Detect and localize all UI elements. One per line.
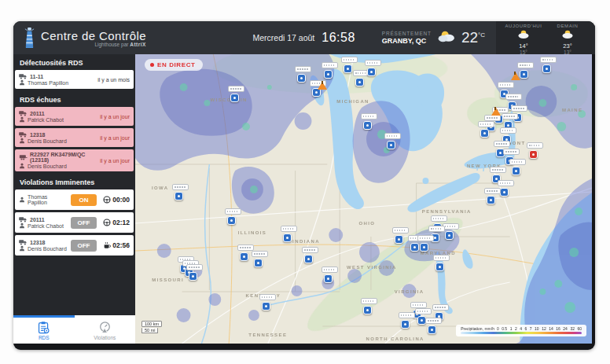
- overdue-card[interactable]: 12318 Denis Bouchard il y a un jour: [15, 128, 134, 147]
- state-label: INDIANA: [292, 239, 320, 244]
- logo: Centre de Contrôle Lighthouse par AttriX: [23, 27, 146, 49]
- violation-card[interactable]: 20111 Patrick Chabot OFF 02:12: [15, 212, 134, 233]
- duty-status-toggle[interactable]: ON: [71, 194, 97, 206]
- vehicle-label-tag: [432, 304, 449, 311]
- legend-value: 60: [577, 326, 582, 331]
- current-temp: 22°C: [461, 29, 485, 46]
- vehicle-marker[interactable]: [410, 243, 419, 252]
- warning-marker-icon[interactable]: [318, 82, 327, 90]
- warning-marker-icon[interactable]: [511, 72, 520, 80]
- warning-marker-icon[interactable]: [491, 108, 501, 116]
- vehicle-marker[interactable]: [520, 70, 528, 79]
- legend-value: 6: [525, 326, 527, 331]
- vehicle-label-tag: [399, 312, 415, 318]
- legend-value: 10: [535, 326, 539, 331]
- vehicle-marker[interactable]: [283, 233, 292, 242]
- duty-status-toggle[interactable]: OFF: [71, 240, 97, 252]
- driver-name: Patrick Chabot: [28, 117, 64, 123]
- time-ago: il y a un jour: [97, 158, 130, 164]
- vehicle-marker[interactable]: [428, 325, 436, 334]
- steering-wheel-icon: [103, 219, 111, 226]
- vehicle-marker[interactable]: [542, 64, 551, 73]
- legend-value: 24: [563, 326, 568, 331]
- overdue-card[interactable]: 20111 Patrick Chabot il y a un jour: [15, 107, 134, 126]
- vehicle-label-tag: [494, 141, 510, 147]
- header: Centre de Contrôle Lighthouse par AttriX…: [13, 21, 595, 54]
- section-title-violations: Violations Imminentes: [13, 174, 135, 189]
- state-label: TENNESSEE: [248, 333, 287, 337]
- vehicle-label-tag: [415, 308, 432, 314]
- violation-card[interactable]: 12318 Denis Bouchard OFF 02:56: [15, 235, 134, 256]
- tab-violations[interactable]: Violations: [75, 315, 136, 344]
- driver-name: Patrick Chabot: [28, 223, 64, 229]
- vehicle-label-tag: [443, 223, 459, 230]
- overdue-card[interactable]: R22927 RK3479M/QC (12318) Denis Bouchard…: [15, 149, 134, 171]
- vehicle-marker[interactable]: [240, 252, 248, 261]
- vehicle-marker[interactable]: [401, 320, 410, 329]
- vehicle-marker[interactable]: [355, 78, 364, 86]
- vehicle-label-tag: [237, 245, 254, 251]
- vehicle-marker[interactable]: [324, 70, 333, 79]
- timer-value: 00:00: [112, 196, 130, 204]
- state-label: WISCONSIN: [211, 97, 248, 102]
- unit-id: 20111: [30, 217, 45, 222]
- vehicle-marker[interactable]: [395, 235, 403, 244]
- vehicle-label-tag: [281, 226, 297, 232]
- vehicle-marker[interactable]: [445, 231, 454, 240]
- vehicle-marker[interactable]: [324, 274, 333, 283]
- vehicle-marker[interactable]: [262, 302, 270, 311]
- legend-gradient-bar: [461, 332, 582, 334]
- vehicle-label-tag: [431, 215, 447, 222]
- vehicle-label-tag: [302, 247, 318, 253]
- truck-icon: [19, 131, 28, 138]
- vehicle-marker[interactable]: [297, 74, 306, 83]
- vehicle-marker[interactable]: [500, 188, 509, 197]
- vehicle-label-tag: [392, 227, 409, 233]
- cloud-sun-icon: [516, 28, 531, 42]
- defect-card[interactable]: 11-11 Thomas Papillon il y a un mois: [15, 70, 134, 89]
- vehicle-marker[interactable]: [189, 272, 197, 281]
- vehicle-marker[interactable]: [254, 259, 263, 267]
- duty-status-toggle[interactable]: OFF: [71, 217, 97, 229]
- person-icon: [19, 222, 25, 229]
- truck-icon: [19, 73, 28, 79]
- legend-value: 32: [570, 326, 575, 331]
- live-badge[interactable]: EN DIRECT: [145, 59, 203, 71]
- tab-rds[interactable]: RDS: [13, 315, 75, 344]
- driver-name: Thomas Papillon: [28, 194, 68, 205]
- vehicle-label-tag: [228, 86, 244, 92]
- vehicle-label-tag: [365, 60, 381, 66]
- timer-value: 02:56: [112, 241, 130, 249]
- time-ago: il y a un jour: [97, 135, 130, 141]
- vehicle-marker[interactable]: [420, 243, 428, 252]
- coffee-icon: [103, 241, 111, 249]
- driver-name: Denis Bouchard: [28, 138, 67, 144]
- map-scale: 100 km 50 mi: [141, 321, 162, 334]
- vehicle-marker[interactable]: [480, 129, 489, 138]
- vehicle-marker[interactable]: [512, 167, 520, 175]
- vehicle-marker[interactable]: [230, 94, 239, 102]
- vehicle-marker[interactable]: [387, 141, 395, 149]
- vehicle-marker[interactable]: [363, 306, 372, 314]
- person-icon: [19, 79, 25, 86]
- weather-map[interactable]: WISCONSINMICHIGANIOWAILLINOISINDIANAOHIO…: [135, 54, 595, 344]
- alert-marker[interactable]: [529, 150, 538, 159]
- vehicle-label-tag: [410, 302, 427, 308]
- vehicle-label-tag: [341, 57, 358, 63]
- vehicle-marker[interactable]: [363, 121, 372, 130]
- vehicle-marker[interactable]: [344, 64, 352, 73]
- vehicle-label-tag: [540, 57, 557, 63]
- vehicle-label-tag: [502, 113, 518, 119]
- vehicle-label-tag: [511, 105, 527, 112]
- vehicle-marker[interactable]: [367, 68, 376, 76]
- vehicle-marker[interactable]: [304, 255, 313, 263]
- legend-value: 0: [497, 326, 499, 331]
- vehicle-label-tag: [517, 62, 534, 68]
- person-icon: [19, 163, 25, 169]
- vehicle-marker[interactable]: [435, 263, 444, 271]
- legend-value: 14: [549, 326, 553, 331]
- vehicle-marker[interactable]: [487, 196, 495, 204]
- violation-card[interactable]: Thomas Papillon ON 00:00: [15, 189, 134, 210]
- vehicle-marker[interactable]: [227, 216, 236, 225]
- vehicle-marker[interactable]: [175, 192, 183, 200]
